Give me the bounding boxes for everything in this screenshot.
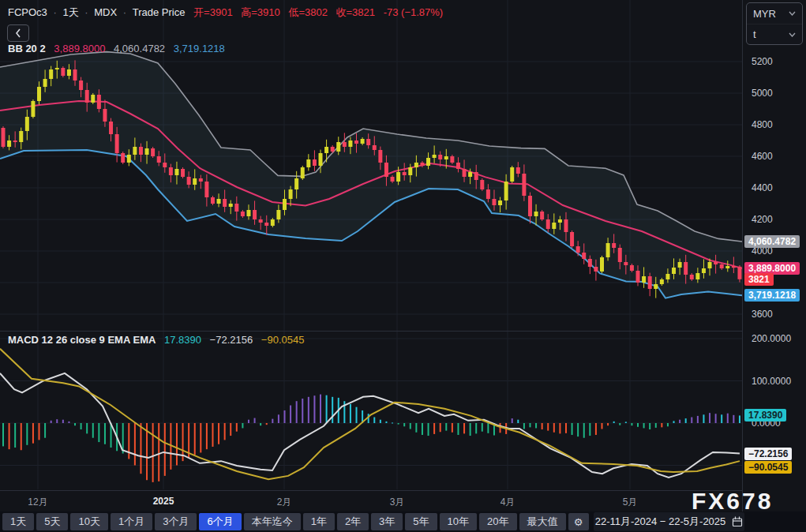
macd-histogram-bar: [44, 423, 46, 438]
time-axis-month-label: 12月: [28, 496, 47, 509]
candle-body: [684, 262, 688, 275]
range-button[interactable]: 6个月: [199, 513, 241, 530]
macd-histogram-bar: [572, 423, 573, 435]
candle-body: [672, 268, 676, 274]
macd-histogram-bar: [523, 423, 525, 429]
axis-price-badge: −72.2156: [744, 448, 792, 460]
macd-histogram-bar: [278, 414, 279, 423]
candle-body: [636, 271, 640, 283]
macd-histogram-bar: [445, 423, 447, 431]
time-axis[interactable]: 12月20252月3月4月5月: [0, 490, 806, 511]
range-button[interactable]: 1个月: [111, 513, 152, 530]
time-axis-month-label: 4月: [500, 496, 515, 509]
candle-body: [43, 79, 47, 87]
price-type-label: Trade Price: [133, 6, 186, 18]
macd-histogram-bar: [254, 418, 256, 423]
range-button[interactable]: 最大值: [519, 513, 566, 530]
macd-histogram-bar: [403, 423, 405, 426]
macd-indicator-row[interactable]: MACD 12 26 close 9 EMA EMA 17.8390 −72.2…: [8, 334, 304, 346]
candle-body: [139, 147, 143, 155]
macd-histogram-bar: [542, 423, 543, 429]
main-chart-svg[interactable]: [0, 0, 742, 489]
price-axis-panel[interactable]: MYR t 5200500048004600440042004000360020…: [742, 0, 806, 511]
macd-histogram-bar: [236, 423, 238, 432]
open-value: 开=3901: [193, 6, 233, 20]
macd-histogram-bar: [619, 423, 620, 425]
macd-histogram-bar: [739, 415, 740, 423]
candle-body: [612, 243, 616, 248]
macd-histogram-bar: [559, 423, 560, 433]
macd-histogram-bar: [685, 418, 687, 423]
unit-value: t: [753, 28, 756, 40]
macd-histogram-bar: [248, 420, 249, 423]
range-button[interactable]: 1年: [303, 513, 335, 530]
candle-body: [73, 69, 77, 81]
candle-body: [97, 95, 101, 109]
bb-indicator-row[interactable]: BB 20 2 3,889.8000 4,060.4782 3,719.1218: [8, 43, 225, 54]
candle-body: [246, 210, 250, 216]
range-button[interactable]: 1天: [2, 513, 34, 530]
candle-body: [25, 117, 29, 131]
interval-label[interactable]: 1天: [62, 6, 78, 18]
candle-body: [294, 178, 298, 189]
range-button[interactable]: 10天: [70, 513, 107, 530]
macd-histogram-bar: [128, 423, 129, 459]
macd-histogram-bar: [152, 423, 154, 482]
macd-histogram-bar: [86, 423, 88, 433]
candle-body: [570, 232, 574, 246]
candle-body: [211, 197, 215, 204]
macd-histogram-bar: [649, 423, 650, 429]
macd-histogram-bar: [104, 423, 106, 444]
candle-body: [678, 262, 682, 268]
macd-histogram-bar: [577, 423, 579, 436]
axis-tick-label: 4200: [752, 214, 773, 225]
macd-histogram-bar: [326, 395, 328, 423]
close-value: 收=3821: [336, 6, 376, 20]
settings-gear-button[interactable]: ⚙: [568, 513, 589, 530]
candle-body: [456, 163, 460, 169]
macd-histogram-bar: [218, 423, 219, 444]
range-button[interactable]: 20年: [479, 513, 516, 530]
range-button[interactable]: 2年: [337, 513, 369, 530]
macd-histogram-bar: [356, 407, 358, 423]
range-button[interactable]: 3个月: [155, 513, 197, 530]
date-range-picker[interactable]: 22-11月-2024 − 22-5月-2025: [594, 512, 744, 531]
macd-histogram-bar: [200, 423, 201, 452]
range-button[interactable]: 3年: [371, 513, 403, 530]
range-button[interactable]: 5年: [405, 513, 437, 530]
candle-body: [624, 262, 628, 265]
candle-body: [420, 163, 424, 166]
candle-body: [85, 90, 89, 103]
range-button[interactable]: 5天: [36, 513, 68, 530]
pane-divider[interactable]: [0, 331, 806, 332]
candle-body: [504, 182, 508, 200]
candle-body: [391, 177, 395, 182]
candle-body: [444, 156, 448, 159]
range-button[interactable]: 10年: [440, 513, 477, 530]
back-button[interactable]: [7, 24, 29, 42]
trading-app: FCPOc3 · 1天 · MDX · Trade Price 开=3901 高…: [0, 0, 806, 532]
range-button[interactable]: 本年迄今: [244, 513, 301, 530]
macd-histogram-bar: [643, 423, 645, 428]
symbol-label[interactable]: FCPOc3: [8, 6, 47, 18]
candle-body: [534, 212, 538, 216]
unit-dropdown[interactable]: t: [747, 24, 802, 44]
candle-body: [306, 159, 310, 167]
currency-dropdown[interactable]: MYR: [747, 3, 802, 24]
time-axis-month-label: 2月: [277, 496, 292, 509]
macd-histogram-bar: [475, 423, 477, 433]
macd-histogram-bar: [380, 420, 381, 423]
candle-body: [648, 276, 652, 289]
candle-body: [433, 155, 437, 158]
candle-body: [259, 219, 263, 223]
candle-body: [31, 101, 35, 117]
macd-histogram-bar: [21, 423, 22, 450]
separator: ·: [50, 6, 59, 18]
macd-signal-value: −90.0545: [261, 334, 305, 346]
macd-histogram-bar: [673, 421, 675, 423]
candle-body: [241, 212, 245, 216]
candle-body: [732, 266, 736, 268]
candle-body: [331, 147, 335, 152]
macd-histogram-bar: [206, 423, 208, 449]
macd-histogram-bar: [14, 423, 16, 448]
